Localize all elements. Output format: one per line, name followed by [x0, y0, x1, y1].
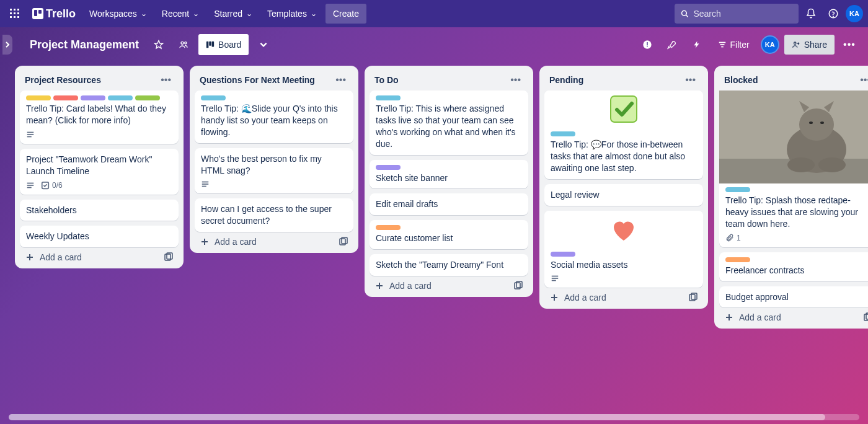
svg-point-67 [818, 157, 846, 172]
add-card-label: Add a card [564, 293, 606, 303]
card-title: Trello Tip: 🌊Slide your Q's into this ha… [201, 103, 347, 138]
card[interactable]: Trello Tip: 💬For those in-between tasks … [544, 91, 703, 179]
scrollbar-thumb[interactable] [9, 414, 825, 420]
list-menu-button[interactable]: ••• [333, 73, 348, 87]
card[interactable]: Weekly Updates [20, 226, 179, 247]
trello-logo[interactable]: Trello [27, 7, 81, 20]
list-menu-button[interactable]: ••• [683, 73, 698, 87]
search-box[interactable] [675, 4, 799, 24]
create-button[interactable]: Create [326, 4, 366, 24]
card[interactable]: Stakeholders [20, 200, 179, 221]
notifications-button[interactable] [801, 4, 821, 24]
card[interactable]: Edit email drafts [370, 193, 528, 215]
share-button[interactable]: Share [784, 35, 835, 55]
list-menu-button[interactable]: ••• [857, 73, 868, 87]
svg-point-64 [809, 121, 813, 124]
card-template-button[interactable] [164, 252, 174, 262]
app-switcher-button[interactable] [5, 4, 25, 24]
add-card-button[interactable]: Add a card [719, 307, 868, 324]
list-title[interactable]: To Do [374, 75, 399, 85]
share-label: Share [804, 40, 827, 50]
star-button[interactable] [149, 35, 169, 55]
label-sky[interactable] [201, 95, 226, 100]
card[interactable]: Who's the best person to fix my HTML sna… [195, 148, 353, 194]
label-sky[interactable] [108, 95, 133, 100]
card[interactable]: Trello Tip: Splash those redtape-heavy i… [719, 91, 868, 247]
card[interactable]: Social media assets [544, 211, 703, 288]
list-menu-button[interactable]: ••• [158, 73, 174, 87]
board-view-switcher[interactable]: Board [198, 34, 249, 55]
card[interactable]: How can I get access to the super secret… [195, 198, 353, 232]
add-card-button[interactable]: Add a card [20, 247, 179, 263]
description-badge [26, 181, 35, 190]
powerups-button[interactable] [662, 35, 682, 55]
description-badge [551, 274, 559, 283]
card[interactable]: Freelancer contracts [719, 252, 868, 281]
alert-button[interactable] [637, 35, 657, 55]
card-title: Trello Tip: This is where assigned tasks… [376, 103, 522, 150]
horizontal-scrollbar[interactable] [9, 414, 859, 420]
card-labels [725, 257, 868, 262]
card-template-button[interactable] [339, 237, 348, 247]
label-sky[interactable] [551, 131, 575, 136]
list-title[interactable]: Blocked [724, 75, 758, 85]
nav-recent[interactable]: Recent⌄ [156, 4, 205, 24]
expand-sidebar-button[interactable] [2, 35, 12, 55]
label-purple[interactable] [81, 95, 105, 100]
bell-icon [805, 8, 817, 19]
label-yellow[interactable] [26, 95, 51, 100]
label-orange[interactable] [725, 257, 750, 262]
automation-button[interactable] [687, 35, 707, 55]
label-sky[interactable] [376, 95, 401, 100]
card[interactable]: Sketch the "Teamy Dreamy" Font [370, 254, 528, 276]
label-purple[interactable] [376, 165, 401, 170]
card-labels [376, 225, 522, 230]
customize-views-button[interactable] [254, 35, 273, 55]
card-title: Project "Teamwork Dream Work" Launch Tim… [26, 154, 172, 177]
svg-rect-2 [17, 9, 19, 11]
card[interactable]: Trello Tip: 🌊Slide your Q's into this ha… [195, 91, 353, 143]
card[interactable]: Legal review [544, 184, 703, 206]
card[interactable]: Sketch site banner [370, 160, 528, 189]
chevron-down-icon [259, 40, 268, 49]
svg-rect-7 [14, 16, 16, 18]
list-title[interactable]: Pending [549, 75, 583, 85]
label-purple[interactable] [551, 252, 575, 257]
label-sky[interactable] [725, 187, 750, 192]
search-icon [681, 9, 688, 18]
list-title[interactable]: Questions For Next Meeting [200, 75, 315, 85]
star-icon [154, 40, 164, 50]
card[interactable]: Project "Teamwork Dream Work" Launch Tim… [20, 149, 179, 195]
card[interactable]: Curate customer list [370, 220, 528, 249]
board-canvas[interactable]: Project Resources•••Trello Tip: Card lab… [0, 62, 868, 424]
board-member-avatar[interactable]: KA [761, 35, 779, 54]
card[interactable]: Trello Tip: This is where assigned tasks… [370, 91, 528, 155]
board-menu-button[interactable]: ••• [839, 35, 859, 55]
card-template-button[interactable] [513, 281, 523, 291]
visibility-button[interactable] [174, 35, 193, 55]
add-card-button[interactable]: Add a card [195, 232, 353, 248]
filter-button[interactable]: Filter [712, 35, 756, 55]
help-button[interactable] [823, 4, 843, 24]
list-menu-button[interactable]: ••• [508, 73, 523, 87]
list-title[interactable]: Project Resources [25, 75, 101, 85]
nav-starred[interactable]: Starred⌄ [208, 4, 259, 24]
label-lime[interactable] [135, 95, 160, 100]
search-input[interactable] [693, 9, 792, 19]
card-template-button[interactable] [688, 293, 698, 303]
card-template-button[interactable] [863, 312, 868, 322]
add-card-label: Add a card [739, 312, 781, 322]
card-labels [376, 95, 522, 100]
account-avatar[interactable]: KA [846, 5, 863, 22]
label-red[interactable] [53, 95, 78, 100]
label-orange[interactable] [376, 225, 401, 230]
list: Pending•••Trello Tip: 💬For those in-betw… [539, 66, 708, 309]
board-title[interactable]: Project Management [25, 38, 144, 51]
card[interactable]: Trello Tip: Card labels! What do they me… [20, 91, 179, 144]
nav-workspaces[interactable]: Workspaces⌄ [83, 4, 153, 24]
card-badges: 0/6 [26, 181, 172, 190]
nav-templates[interactable]: Templates⌄ [261, 4, 323, 24]
card[interactable]: Budget approval [719, 286, 868, 308]
add-card-button[interactable]: Add a card [370, 276, 528, 292]
add-card-button[interactable]: Add a card [544, 288, 703, 304]
